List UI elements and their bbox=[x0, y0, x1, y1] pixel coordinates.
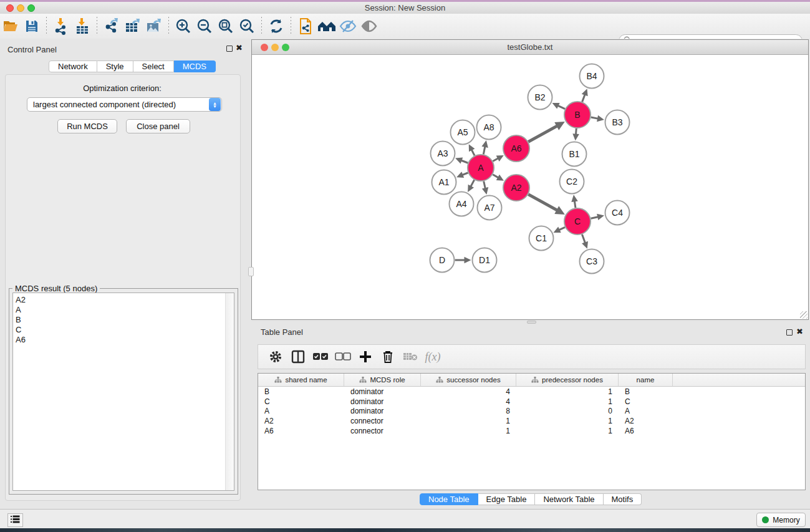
graph-edge-arrowhead bbox=[597, 115, 604, 122]
table-row[interactable]: Adominator80A bbox=[258, 406, 805, 416]
optimization-criterion-label: Optimization criterion: bbox=[0, 84, 244, 93]
table-row[interactable]: A2connector11A2 bbox=[258, 416, 805, 426]
table-panel-float-icon[interactable] bbox=[786, 329, 793, 336]
toolbar-separator bbox=[168, 17, 169, 36]
table-panel-tabs: Node Table Edge Table Network Table Moti… bbox=[420, 493, 642, 505]
first-neighbors-icon[interactable] bbox=[295, 16, 316, 36]
graph-edge-arrowhead bbox=[572, 133, 579, 140]
graph-edge-arrowhead bbox=[597, 214, 604, 220]
list-item[interactable]: A2 bbox=[16, 295, 234, 305]
network-maximize-icon[interactable] bbox=[282, 44, 289, 51]
minimize-window-icon[interactable] bbox=[17, 4, 24, 12]
open-file-icon[interactable] bbox=[0, 16, 21, 36]
maximize-window-icon[interactable] bbox=[27, 4, 35, 12]
close-window-icon[interactable] bbox=[6, 4, 14, 12]
tab-select[interactable]: Select bbox=[133, 60, 174, 72]
tab-network-table[interactable]: Network Table bbox=[535, 493, 603, 505]
table-splitter-handle[interactable] bbox=[527, 321, 536, 324]
graph-node-label: A5 bbox=[457, 127, 468, 137]
tab-mcds[interactable]: MCDS bbox=[174, 60, 216, 72]
list-item[interactable]: A bbox=[16, 305, 234, 315]
column-header-name[interactable]: name bbox=[619, 374, 673, 386]
column-header-shared-name[interactable]: shared name bbox=[258, 374, 344, 386]
graph-edge[interactable] bbox=[557, 105, 565, 109]
list-scrollbar[interactable] bbox=[225, 293, 234, 490]
tab-node-table[interactable]: Node Table bbox=[420, 493, 478, 505]
export-image-icon[interactable] bbox=[143, 16, 165, 36]
import-network-icon[interactable] bbox=[51, 16, 72, 36]
graph-edge[interactable] bbox=[483, 146, 485, 155]
column-header-predecessor-nodes[interactable]: predecessor nodes bbox=[516, 374, 619, 386]
select-all-icon[interactable] bbox=[309, 347, 332, 367]
table-row[interactable]: A6connector11A6 bbox=[258, 426, 805, 436]
network-canvas[interactable]: B4B2BB3A5A8A6A3B1AA1A2C2A4A7CC4C1C3DD1 bbox=[252, 55, 808, 319]
graph-node-label: A2 bbox=[511, 183, 521, 193]
list-item[interactable]: A6 bbox=[16, 335, 234, 345]
delete-table-icon[interactable] bbox=[399, 347, 422, 367]
mcds-result-list[interactable]: A2 A B C A6 bbox=[12, 293, 234, 491]
main-toolbar bbox=[0, 14, 810, 39]
control-panel-close-icon[interactable]: ✖ bbox=[236, 45, 243, 51]
memory-button[interactable]: Memory bbox=[756, 513, 806, 527]
graph-node-label: D bbox=[439, 255, 445, 265]
zoom-out-icon[interactable] bbox=[194, 16, 215, 36]
hide-selected-icon[interactable] bbox=[337, 16, 359, 36]
zoom-selected-icon[interactable] bbox=[236, 16, 258, 36]
table-options-icon[interactable] bbox=[264, 347, 287, 367]
deselect-all-icon[interactable] bbox=[332, 347, 354, 367]
network-window-title: testGlobe.txt bbox=[252, 40, 808, 54]
dropdown-stepper-icon: ▲▼ bbox=[209, 98, 221, 111]
zoom-in-icon[interactable] bbox=[173, 16, 194, 36]
show-columns-icon[interactable] bbox=[287, 347, 309, 367]
graph-node-label: A6 bbox=[511, 143, 521, 153]
function-builder-icon[interactable]: f(x) bbox=[422, 347, 444, 367]
criterion-dropdown[interactable]: largest connected component (directed) ▲… bbox=[27, 97, 222, 112]
toolbar-separator bbox=[261, 17, 262, 36]
tab-network[interactable]: Network bbox=[49, 60, 97, 72]
apply-layout-icon[interactable] bbox=[266, 16, 287, 36]
delete-column-icon[interactable] bbox=[377, 347, 399, 367]
graph-node-label: A1 bbox=[438, 177, 449, 187]
tab-edge-table[interactable]: Edge Table bbox=[478, 493, 536, 505]
table-row[interactable]: Bdominator41B bbox=[258, 387, 805, 397]
panel-splitter-handle[interactable] bbox=[248, 267, 254, 276]
network-window-titlebar: testGlobe.txt bbox=[252, 40, 808, 55]
tab-style[interactable]: Style bbox=[97, 60, 133, 72]
graph-node-label: C1 bbox=[536, 233, 547, 243]
column-header-successor-nodes[interactable]: successor nodes bbox=[421, 374, 516, 386]
close-panel-button[interactable]: Close panel bbox=[126, 119, 190, 133]
save-session-icon[interactable] bbox=[21, 16, 42, 36]
network-overview-icon[interactable] bbox=[316, 16, 337, 36]
network-minimize-icon[interactable] bbox=[271, 44, 279, 51]
list-item[interactable]: B bbox=[16, 315, 234, 325]
export-network-icon[interactable] bbox=[101, 16, 122, 36]
graph-edge[interactable] bbox=[528, 195, 557, 211]
graph-node-label: B4 bbox=[586, 71, 597, 81]
create-column-icon[interactable] bbox=[354, 347, 377, 367]
network-close-icon[interactable] bbox=[261, 44, 268, 51]
criterion-value: largest connected component (directed) bbox=[27, 100, 209, 109]
export-table-icon[interactable] bbox=[122, 16, 143, 36]
memory-status-icon bbox=[762, 516, 769, 523]
graph-node-label: A7 bbox=[484, 203, 494, 213]
graph-node-label: D1 bbox=[479, 255, 490, 265]
graph-edge[interactable] bbox=[528, 125, 557, 142]
node-table[interactable]: shared name MCDS role successor nodes pr… bbox=[258, 373, 806, 490]
run-mcds-button[interactable]: Run MCDS bbox=[57, 119, 117, 133]
control-panel-title: Control Panel bbox=[7, 45, 57, 54]
show-all-icon[interactable] bbox=[359, 16, 380, 36]
task-history-button[interactable] bbox=[7, 513, 23, 527]
status-bar bbox=[0, 509, 810, 528]
import-table-icon[interactable] bbox=[72, 16, 93, 36]
control-panel-float-icon[interactable] bbox=[226, 46, 233, 52]
list-item[interactable]: C bbox=[16, 325, 234, 335]
graph-edge[interactable] bbox=[582, 235, 585, 244]
table-panel-close-icon[interactable]: ✖ bbox=[796, 329, 803, 335]
zoom-fit-icon[interactable] bbox=[215, 16, 236, 36]
window-resize-grip[interactable] bbox=[800, 311, 808, 319]
column-header-mcds-role[interactable]: MCDS role bbox=[344, 374, 421, 386]
tab-motifs[interactable]: Motifs bbox=[604, 493, 642, 505]
table-row[interactable]: Cdominator41C bbox=[258, 397, 805, 407]
table-toolbar: f(x) bbox=[258, 344, 806, 369]
graph-edge[interactable] bbox=[582, 94, 586, 102]
